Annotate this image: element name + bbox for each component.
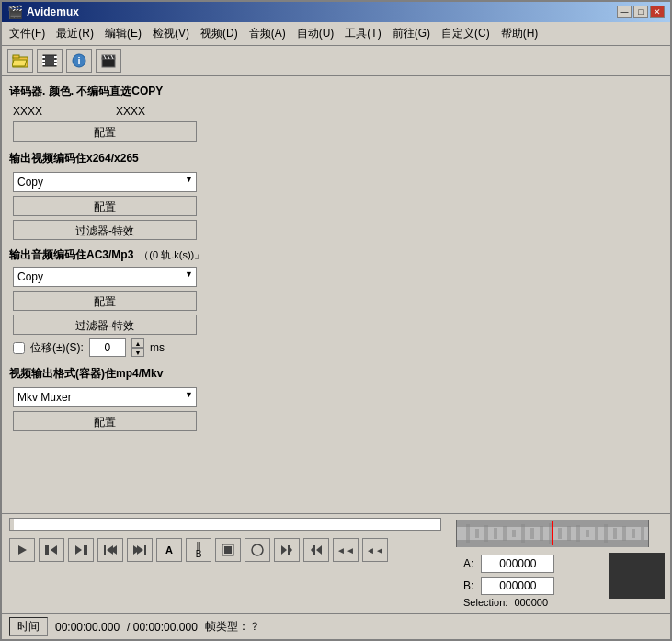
svg-marker-17 xyxy=(18,545,27,555)
svg-text:i: i xyxy=(77,55,80,66)
container-format-dropdown[interactable]: Mkv Muxer MP4 Muxer AVI Muxer xyxy=(13,387,197,407)
menu-view[interactable]: 检视(V) xyxy=(147,24,195,43)
keyframe-icon xyxy=(222,544,234,556)
clapper-icon xyxy=(100,53,117,68)
right-panel xyxy=(450,76,670,513)
video-dropdown-wrapper: Copy x264 x265 xyxy=(13,172,197,192)
shift-checkbox[interactable] xyxy=(13,342,25,354)
play-button[interactable] xyxy=(9,538,35,562)
a-point-row: A: xyxy=(463,555,665,573)
progress-fill xyxy=(10,519,14,530)
clapper-button[interactable] xyxy=(96,49,121,73)
title-bar: 🎬 Avidemux — □ ✕ xyxy=(2,2,670,22)
maximize-button[interactable]: □ xyxy=(633,6,648,18)
right-bottom: A: B: Selection: 000000 xyxy=(450,513,670,613)
svg-rect-1 xyxy=(13,55,19,58)
waveform-display xyxy=(456,520,649,547)
audio-codec-dropdown[interactable]: Copy AC3 MP3 xyxy=(13,267,197,287)
a-mark-button[interactable]: A xyxy=(156,538,182,562)
svg-point-30 xyxy=(252,544,263,555)
prev-button[interactable] xyxy=(39,538,64,562)
folder-open-icon xyxy=(12,53,28,68)
svg-marker-36 xyxy=(311,545,314,555)
a-input[interactable] xyxy=(481,555,554,573)
svg-rect-41 xyxy=(484,525,488,542)
svg-rect-59 xyxy=(552,521,553,545)
svg-marker-26 xyxy=(137,545,143,555)
menu-audio[interactable]: 音频(A) xyxy=(244,24,291,43)
menu-file[interactable]: 文件(F) xyxy=(4,24,51,43)
decoder-labels-row: XXXX XXXX xyxy=(9,105,442,118)
app-icon: 🎬 xyxy=(7,5,23,19)
selection-label: Selection: xyxy=(463,597,507,608)
video-codec-dropdown[interactable]: Copy x264 x265 xyxy=(13,172,197,192)
svg-marker-33 xyxy=(289,545,292,555)
audio-section-label: 输出音频编码住AC3/Mp3 xyxy=(9,247,133,263)
shift-value-input[interactable] xyxy=(89,338,126,357)
svg-rect-40 xyxy=(475,529,479,538)
svg-rect-51 xyxy=(576,525,580,542)
menu-edit[interactable]: 编辑(E) xyxy=(99,24,147,43)
video-config-button[interactable]: 配置 xyxy=(13,196,197,216)
minimize-button[interactable]: — xyxy=(617,6,632,18)
copy-button[interactable] xyxy=(245,538,270,562)
menu-tools[interactable]: 工具(T) xyxy=(339,24,386,43)
shift-down-arrow[interactable]: ▼ xyxy=(131,348,144,357)
main-window: 🎬 Avidemux — □ ✕ 文件(F) 最近(R) 编辑(E) 检视(V)… xyxy=(0,0,672,641)
keyframe-button[interactable] xyxy=(215,538,241,562)
fastback-button[interactable]: ◄◄ xyxy=(333,538,359,562)
audio-filter-button[interactable]: 过滤器-特效 xyxy=(13,315,197,335)
frame-fwd-button[interactable] xyxy=(127,538,153,562)
svg-rect-4 xyxy=(42,56,45,58)
toolbar: i xyxy=(2,46,670,76)
svg-rect-52 xyxy=(586,530,589,537)
forward-button[interactable] xyxy=(303,538,329,562)
frame-back-button[interactable] xyxy=(97,538,123,562)
close-button[interactable]: ✕ xyxy=(650,6,665,18)
play-icon xyxy=(17,544,28,555)
fastfwd-button[interactable]: ◄◄ xyxy=(362,538,388,562)
menu-auto[interactable]: 自动(U) xyxy=(291,24,340,43)
film-button[interactable] xyxy=(37,49,63,73)
progress-track[interactable] xyxy=(9,518,441,531)
frame-back-icon xyxy=(104,544,117,555)
video-filter-button[interactable]: 过滤器-特效 xyxy=(13,220,197,240)
decoder-config-button[interactable]: 配置 xyxy=(13,121,197,142)
info-icon: i xyxy=(71,53,87,68)
b-input[interactable] xyxy=(481,577,554,595)
svg-marker-18 xyxy=(51,545,57,555)
container-config-button[interactable]: 配置 xyxy=(13,411,197,431)
next-button[interactable] xyxy=(68,538,94,562)
svg-rect-29 xyxy=(224,546,232,554)
info-button[interactable]: i xyxy=(66,49,92,73)
menu-custom[interactable]: 自定义(C) xyxy=(436,24,495,43)
open-file-button[interactable] xyxy=(7,49,33,73)
svg-rect-54 xyxy=(604,524,608,543)
svg-rect-55 xyxy=(613,528,617,539)
menu-video[interactable]: 视频(D) xyxy=(195,24,244,43)
shift-label: 位移(±)(S): xyxy=(30,340,84,356)
svg-rect-44 xyxy=(512,530,516,537)
selection-value: 000000 xyxy=(514,597,548,608)
progress-row: A || B xyxy=(2,513,670,613)
b-mark-button[interactable]: || B xyxy=(186,538,211,562)
svg-rect-49 xyxy=(558,528,562,539)
svg-marker-23 xyxy=(107,545,113,555)
container-section-label: 视频输出格式(容器)住mp4/Mkv xyxy=(9,366,442,382)
audio-track-info: （(0 轨.k(s))」 xyxy=(139,248,204,262)
video-dropdown-row: Copy x264 x265 xyxy=(13,172,439,192)
svg-rect-19 xyxy=(45,545,49,555)
svg-rect-47 xyxy=(540,526,543,541)
svg-rect-39 xyxy=(466,524,470,543)
svg-rect-3 xyxy=(43,55,56,66)
menu-goto[interactable]: 前往(G) xyxy=(387,24,436,43)
menu-help[interactable]: 帮助(H) xyxy=(495,24,544,43)
b-mark-b: B xyxy=(196,550,202,559)
audio-config-button[interactable]: 配置 xyxy=(13,291,197,311)
menu-recent[interactable]: 最近(R) xyxy=(51,24,99,43)
rewind-button[interactable] xyxy=(274,538,300,562)
svg-marker-31 xyxy=(281,545,287,555)
time-total: / 00:00:00.000 xyxy=(127,621,198,634)
shift-row: 位移(±)(S): ▲ ▼ ms xyxy=(13,338,439,357)
shift-up-arrow[interactable]: ▲ xyxy=(131,338,144,348)
